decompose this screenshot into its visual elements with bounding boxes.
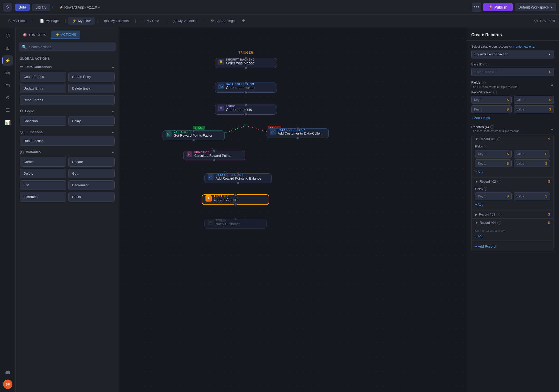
count-var-action[interactable]: Count <box>68 192 115 202</box>
tab-my-data[interactable]: ⊞ My Data <box>138 17 163 25</box>
fields-chevron[interactable]: ▲ <box>550 83 554 87</box>
add-reward-points-node[interactable]: 🗃 DATA COLLECTION Add Reward Points to B… <box>204 173 272 183</box>
read-entries-action[interactable]: Read Entries <box>20 95 115 105</box>
search-input[interactable] <box>29 45 113 49</box>
calculate-reward-node[interactable]: f(x) FUNCTION Calculate Reward Points <box>183 151 245 160</box>
record-04-add-btn[interactable]: + Add <box>475 233 483 239</box>
record-01-value-2[interactable]: Value $ <box>514 159 550 167</box>
record-02-add-btn[interactable]: + Add <box>475 202 483 208</box>
increment-var-action[interactable]: Increment <box>20 192 66 202</box>
record-01-add-btn[interactable]: + Add <box>475 169 483 175</box>
tab-app-settings[interactable]: ⚙ App Settings <box>207 17 239 25</box>
record-01-fields-label: Fields i <box>475 145 550 148</box>
value-1-input[interactable]: Value $ <box>514 96 554 104</box>
global-actions-header: GLOBAL ACTIONS <box>16 55 119 63</box>
record-01-key-2[interactable]: Key 1 $ <box>475 159 512 167</box>
record-01-key-1[interactable]: Key 1 $ <box>475 150 512 158</box>
data-collections-chevron[interactable]: ▲ <box>111 65 115 69</box>
workspace-button[interactable]: Default Workspace ▾ <box>515 3 556 11</box>
notify-customer-node[interactable]: 📱 TWILIO Notify Customer <box>204 219 267 229</box>
tab-my-flow[interactable]: ⚡ My Flow <box>68 17 94 25</box>
record-02-title: Record #02 <box>480 180 496 183</box>
dev-tools-button[interactable]: </> Dev Tools <box>534 19 555 23</box>
sidebar-item-pages[interactable]: ⬡ <box>3 31 13 41</box>
create-var-action[interactable]: Create <box>20 157 66 167</box>
base-id-field[interactable] <box>475 70 547 74</box>
logic-chevron[interactable]: ▲ <box>111 109 115 113</box>
record-04-header[interactable]: ▼ Record #04 i $ <box>472 219 554 227</box>
record-02-dollar: $ <box>548 180 550 183</box>
create-new-link[interactable]: create new one. <box>513 45 535 48</box>
avatar[interactable]: SF <box>3 380 12 389</box>
fields-section: Fields i The Fields to create multiple r… <box>471 80 554 121</box>
update-var-action[interactable]: Update <box>68 157 115 167</box>
delay-action[interactable]: Delay <box>68 116 115 126</box>
sidebar-item-flow[interactable]: ⚡ <box>3 55 13 66</box>
flow-canvas[interactable]: TRIGGER 🔒 SHOPIFY BACKEND Order was plac… <box>119 27 466 392</box>
top-bar: S Beta Library / ⚡ Reward App / v2.1.0 ▾… <box>0 0 559 14</box>
get-reward-points-node[interactable]: {x} VARIABLES Get Reward Points Factor <box>163 130 225 140</box>
sidebar-item-components[interactable]: ⊞ <box>3 43 13 53</box>
count-entries-action[interactable]: Count Entries <box>20 72 66 82</box>
add-tab-button[interactable]: + <box>240 17 247 25</box>
record-02-value-1[interactable]: Value $ <box>514 192 550 200</box>
get-var-action[interactable]: Get <box>68 169 115 178</box>
records-chevron[interactable]: ▲ <box>550 127 554 131</box>
dev-tools-label: Dev Tools <box>540 19 555 23</box>
triggers-tab[interactable]: 🎯 TRIGGERS <box>19 31 50 39</box>
functions-chevron[interactable]: ▲ <box>111 130 115 134</box>
update-entry-action[interactable]: Update Entry <box>20 84 66 93</box>
record-04-chevron: ▼ <box>475 221 478 225</box>
sidebar-item-settings[interactable]: ⚙ <box>3 93 13 103</box>
beta-button[interactable]: Beta <box>15 4 30 11</box>
sidebar-item-menu[interactable]: ☰ <box>3 105 13 115</box>
condition-action[interactable]: Condition <box>20 116 66 126</box>
record-03-dollar: $ <box>548 212 550 216</box>
value-2-input[interactable]: Value $ <box>514 105 554 113</box>
record-01-header[interactable]: ▼ Record #01 i $ <box>472 135 554 143</box>
record-02-header[interactable]: ▼ Record #02 i $ <box>472 177 554 186</box>
create-entry-action[interactable]: Create Entry <box>68 72 115 82</box>
tab-my-function[interactable]: f(x) My Function <box>100 17 133 25</box>
tab-my-variables[interactable]: {x} My Variables <box>168 17 201 25</box>
sidebar-item-function[interactable]: f(x) <box>3 68 13 78</box>
record-02-key-1[interactable]: Key 1 $ <box>475 192 512 200</box>
tab-my-page[interactable]: 📄 My Page <box>36 17 63 25</box>
decrement-var-action[interactable]: Decrement <box>68 180 115 190</box>
actions-icon: ⚡ <box>55 33 60 36</box>
base-id-section: Base ID i $ <box>471 63 554 76</box>
r01-v2-dollar: $ <box>545 161 547 165</box>
sidebar-item-discord[interactable] <box>3 367 13 378</box>
record-03-header[interactable]: ▶ Record #03 i $ <box>472 210 554 218</box>
base-id-input[interactable]: $ <box>471 68 554 76</box>
add-fields-button[interactable]: + Add Fields <box>471 115 490 121</box>
record-01-value-1[interactable]: Value $ <box>514 150 550 158</box>
delete-entry-action[interactable]: Delete Entry <box>68 84 115 93</box>
run-function-action[interactable]: Run Function <box>20 136 115 146</box>
search-box[interactable]: 🔍 <box>19 42 116 51</box>
key-2-input[interactable]: Key 1 $ <box>471 105 512 113</box>
reward-app-button[interactable]: ⚡ Reward App / v2.1.0 ▾ <box>55 4 104 11</box>
actions-panel: 🎯 TRIGGERS ⚡ ACTIONS 🔍 GLOBAL ACTIONS 🗃 <box>16 27 119 392</box>
value-2-label: Value <box>517 108 524 111</box>
tab-my-block[interactable]: ⬡ My Block <box>4 17 31 25</box>
customer-lookup-node[interactable]: 🗃 DATA COLLECTION Customer Lookup <box>215 83 277 93</box>
sidebar-item-data[interactable]: 🗃 <box>3 80 13 91</box>
variables-chevron[interactable]: ▲ <box>111 150 115 154</box>
more-options-button[interactable]: ••• <box>472 3 481 12</box>
publish-button[interactable]: 🚀 Publish <box>483 3 513 11</box>
delete-var-action[interactable]: Delete <box>20 169 66 178</box>
add-customer-node[interactable]: 🗃 DATA COLLECTION Add Customer to Data-C… <box>267 128 329 138</box>
sidebar-item-analytics[interactable]: 📊 <box>3 117 13 128</box>
update-airtable-node[interactable]: A AIRTABLE Update Airtable <box>202 194 269 205</box>
connection-select[interactable]: my airtable connection ▾ <box>471 50 554 58</box>
list-var-action[interactable]: List <box>20 180 66 190</box>
add-record-button[interactable]: + Add Record <box>472 242 554 251</box>
trigger-node[interactable]: TRIGGER 🔒 SHOPIFY BACKEND Order was plac… <box>215 58 277 68</box>
customer-exists-node[interactable]: ⚙ LOGIC Customer exists <box>215 105 277 115</box>
actions-tab[interactable]: ⚡ ACTIONS <box>51 31 80 39</box>
record-01-label: ▼ Record #01 i <box>475 137 501 141</box>
library-button[interactable]: Library <box>32 4 50 11</box>
key-1-input[interactable]: Key 1 $ <box>471 96 512 104</box>
kv-pair-label-row: Key-Value Pair i <box>471 91 554 94</box>
